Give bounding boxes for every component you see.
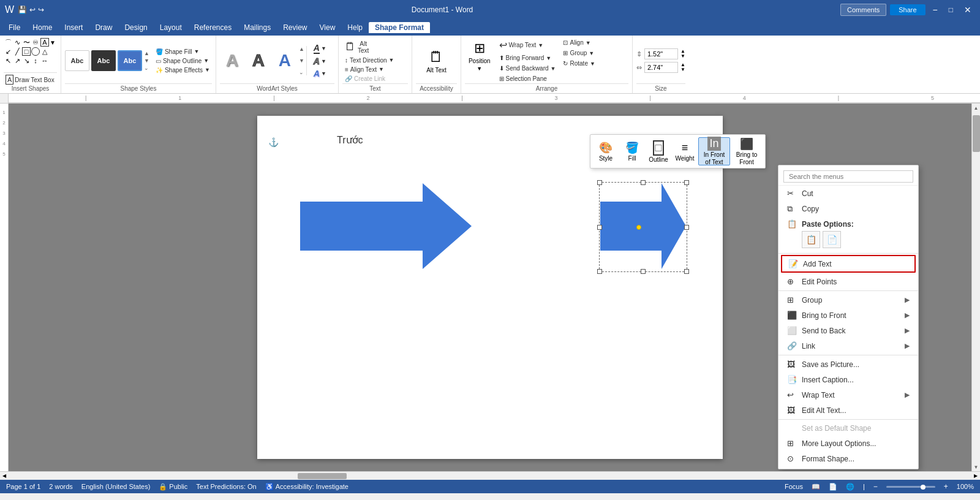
ctx-item-save-picture[interactable]: 🖼 Save as Picture... <box>778 357 918 372</box>
vscroll-up[interactable]: ▲ <box>972 104 980 112</box>
wrap-text-button[interactable]: ↩Wrap Text▼ <box>497 38 559 52</box>
create-link-button[interactable]: 🔗Create Link <box>342 75 408 83</box>
mini-tool-weight[interactable]: ≡ Weight <box>672 137 698 165</box>
wordart-a2[interactable]: A <box>246 46 271 75</box>
text-effects-button[interactable]: A ▼ <box>312 68 328 79</box>
vscroll-down[interactable]: ▼ <box>972 463 980 471</box>
text-outline-button[interactable]: A ▼ <box>312 56 328 67</box>
mini-tool-outline[interactable]: □ Outline <box>646 137 671 165</box>
hscroll-thumb[interactable] <box>298 473 347 479</box>
shape-tri-icon[interactable]: △ <box>40 47 49 56</box>
send-backward-button[interactable]: ⬇Send Backward▼ <box>497 64 559 73</box>
ctx-item-more-layout[interactable]: ⊞ More Layout Options... <box>778 436 918 451</box>
bring-forward-button[interactable]: ⬆Bring Forward▼ <box>497 53 559 63</box>
handle-br[interactable] <box>684 269 689 274</box>
menu-file[interactable]: File <box>2 22 26 33</box>
shape-dropdown-icon[interactable]: ▼ <box>50 38 56 47</box>
mini-tool-infront[interactable]: In In Frontof Text <box>698 137 730 165</box>
size-height-input[interactable] <box>644 48 678 59</box>
alt-text-accessibility-button[interactable]: 🗒 Alt Text <box>421 46 451 76</box>
arrow-shape-left[interactable] <box>300 183 472 271</box>
shape-fill-button[interactable]: 🪣Shape Fill▼ <box>154 48 212 56</box>
styles-scroll-up[interactable]: ▲ <box>144 50 149 56</box>
shape-circle-icon[interactable] <box>31 47 40 56</box>
minimize-button[interactable]: − <box>929 5 941 15</box>
vscroll-thumb[interactable] <box>973 115 980 152</box>
menu-design[interactable]: Design <box>118 22 153 33</box>
menu-draw[interactable]: Draw <box>89 22 118 33</box>
ctx-item-edit-alt-text[interactable]: 🖼 Edit Alt Text... <box>778 403 918 418</box>
shape-style-plain[interactable]: Abc <box>65 50 89 71</box>
shape-a3-icon[interactable]: ↘ <box>22 56 31 65</box>
close-button[interactable]: ✕ <box>960 5 975 15</box>
shape-l2-icon[interactable]: ╱ <box>13 47 21 56</box>
zoom-slider[interactable] <box>886 486 935 488</box>
menu-insert[interactable]: Insert <box>58 22 89 33</box>
wordart-a3[interactable]: A <box>273 46 297 75</box>
maximize-button[interactable]: □ <box>945 6 957 14</box>
view-print-icon[interactable]: 📄 <box>829 483 837 491</box>
mini-tool-fill[interactable]: 🪣 Fill <box>619 137 645 165</box>
shape-style-blue-selected[interactable]: Abc <box>118 50 142 71</box>
shape-a1-icon[interactable]: ↖ <box>4 56 12 65</box>
height-down[interactable]: ▼ <box>680 54 685 59</box>
shape-curve3-icon[interactable]: 〜 <box>22 38 31 47</box>
ctx-item-set-default[interactable]: Set as Default Shape <box>778 421 918 436</box>
mini-tool-style[interactable]: 🎨 Style <box>593 137 619 165</box>
text-direction-button[interactable]: ↕Text Direction▼ <box>342 56 408 64</box>
view-web-icon[interactable]: 🌐 <box>846 483 854 491</box>
ctx-search-input[interactable] <box>783 170 913 183</box>
vertical-scrollbar[interactable]: ▲ ▼ <box>971 104 980 471</box>
ctx-item-format-shape[interactable]: ⊙ Format Shape... <box>778 451 918 466</box>
status-focus[interactable]: Focus <box>785 483 803 490</box>
menu-review[interactable]: Review <box>277 22 313 33</box>
width-down[interactable]: ▼ <box>680 67 685 72</box>
position-button[interactable]: ⊞ Position ▼ <box>465 38 494 74</box>
ctx-item-edit-points[interactable]: ⊕ Edit Points <box>778 274 918 289</box>
ctx-item-copy[interactable]: ⧉ Copy <box>778 201 918 217</box>
ctx-item-wrap-text[interactable]: ↩ Wrap Text ▶ <box>778 387 918 403</box>
menu-home[interactable]: Home <box>26 22 58 33</box>
ctx-item-add-text[interactable]: 📝 Add Text <box>781 255 916 273</box>
menu-shape-format[interactable]: Shape Format <box>369 22 430 33</box>
ctx-item-insert-caption[interactable]: 📑 Insert Caption... <box>778 372 918 387</box>
ctx-item-cut[interactable]: ✂ Cut <box>778 186 918 201</box>
menu-view[interactable]: View <box>314 22 342 33</box>
zoom-out-button[interactable]: − <box>873 482 878 491</box>
ctx-item-group[interactable]: ⊞ Group ▶ <box>778 292 918 308</box>
zoom-in-button[interactable]: + <box>944 482 948 491</box>
shape-textbox-icon[interactable]: A <box>40 38 49 47</box>
handle-bl[interactable] <box>597 269 602 274</box>
handle-bm[interactable] <box>641 269 646 274</box>
shape-curve2-icon[interactable]: ∿ <box>13 38 21 47</box>
shape-l1-icon[interactable]: ↙ <box>4 47 12 56</box>
mini-tool-bringfront[interactable]: ⬛ Bring toFront <box>731 137 763 165</box>
ctx-item-bring-to-front[interactable]: ⬛ Bring to Front ▶ <box>778 308 918 323</box>
wordart-scroll-down[interactable]: ▼ <box>299 58 304 64</box>
paste-btn-1[interactable]: 📋 <box>802 231 820 248</box>
ctx-item-send-to-back[interactable]: ⬜ Send to Back ▶ <box>778 323 918 338</box>
wordart-more[interactable]: ⌄ <box>299 69 304 75</box>
shape-wave-icon[interactable]: ♾ <box>31 38 40 47</box>
shape-curve1-icon[interactable]: ⌒ <box>4 38 12 47</box>
shape-style-dark[interactable]: Abc <box>91 50 116 71</box>
menu-mailings[interactable]: Mailings <box>238 22 277 33</box>
rotate-button[interactable]: ↻Rotate▼ <box>560 59 597 68</box>
shape-outline-button[interactable]: ▭Shape Outline▼ <box>154 57 212 65</box>
wordart-a1[interactable]: A <box>220 46 244 75</box>
shape-a5-icon[interactable]: ↔ <box>40 56 49 65</box>
styles-more[interactable]: ⌄ <box>144 65 149 71</box>
size-width-input[interactable] <box>644 62 678 73</box>
horizontal-scrollbar[interactable]: ◀ ▶ <box>0 471 980 480</box>
wordart-scroll-up[interactable]: ▲ <box>299 46 304 52</box>
align-button[interactable]: ⊡Align▼ <box>560 38 597 47</box>
shape-effects-button[interactable]: ✨Shape Effects▼ <box>154 66 212 74</box>
hscroll-left[interactable]: ◀ <box>0 472 9 480</box>
shape-rect-icon[interactable]: □ <box>22 47 31 56</box>
comments-button[interactable]: Comments <box>840 4 886 16</box>
paste-btn-2[interactable]: 📄 <box>823 231 841 248</box>
menu-references[interactable]: References <box>188 22 238 33</box>
group-button[interactable]: ⊞Group▼ <box>560 48 597 58</box>
align-text-button[interactable]: ≡Align Text▼ <box>342 66 408 74</box>
shape-a4-icon[interactable]: ↕ <box>31 56 40 65</box>
